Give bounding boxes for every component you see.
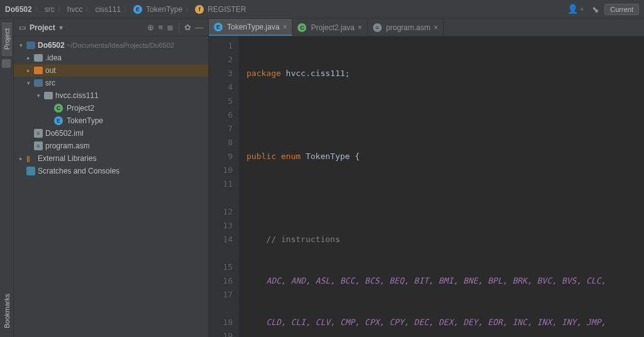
line-gutter[interactable]: 12345678910111213141516171819 (209, 36, 239, 337)
tree-label: TokenType (67, 116, 103, 125)
project-tree[interactable]: ▾ Do6502 ~/Documents/IdeaProjects/Do6502… (14, 36, 208, 337)
breadcrumb[interactable]: Do6502 〉 src 〉 hvcc 〉 ciss111 〉 E TokenT… (5, 4, 246, 14)
tree-label: src (45, 79, 55, 87)
hide-icon[interactable]: — (195, 23, 203, 32)
tree-file-program[interactable]: ≡ program.asm (14, 140, 208, 152)
keyword: package (247, 69, 281, 78)
enum-icon: E (214, 23, 223, 31)
close-icon[interactable]: × (358, 23, 362, 32)
tab-tokentype[interactable]: E TokenType.java × (209, 19, 292, 36)
line-number[interactable]: 4 (209, 80, 233, 94)
chevron-right-icon[interactable]: ▸ (18, 155, 24, 162)
tree-file-project2[interactable]: C Project2 (14, 102, 208, 114)
tab-label: Project2.java (311, 23, 354, 32)
class-name: TokenType (306, 152, 350, 161)
collapse-all-icon[interactable]: ≣ (167, 23, 174, 32)
top-toolbar: Do6502 〉 src 〉 hvcc 〉 ciss111 〉 E TokenT… (0, 0, 644, 19)
code-editor[interactable]: 12345678910111213141516171819 package hv… (209, 36, 644, 337)
tab-label: TokenType.java (227, 23, 279, 31)
class-icon: C (54, 104, 63, 113)
line-number[interactable]: 19 (209, 329, 233, 337)
line-number[interactable]: 15 (209, 260, 233, 274)
tree-label: hvcc.ciss111 (55, 91, 99, 100)
line-number[interactable] (209, 246, 233, 260)
close-icon[interactable]: × (282, 23, 287, 31)
line-number[interactable]: 16 (209, 274, 233, 288)
main-area: Project Bookmarks ▭ Project ▾ ⊕ ≡ ≣ ✿ — … (0, 19, 644, 337)
chevron-down-icon[interactable]: ▾ (35, 92, 42, 99)
line-number[interactable]: 11 (209, 177, 233, 191)
bookmarks-tool-tab[interactable]: Bookmarks (2, 289, 12, 333)
chevron-right-icon: 〉 (185, 4, 192, 14)
file-icon: ≡ (373, 23, 382, 32)
project-window-icon: ▭ (19, 23, 26, 32)
line-number[interactable]: 6 (209, 108, 233, 122)
line-number[interactable] (209, 191, 233, 205)
enum-icon: E (54, 116, 63, 125)
project-title[interactable]: Project (30, 23, 55, 32)
tree-root[interactable]: ▾ Do6502 ~/Documents/IdeaProjects/Do6502 (14, 39, 208, 52)
structure-tool-icon[interactable] (2, 59, 11, 68)
package-name: hvcc.ciss111; (281, 69, 350, 78)
select-opened-file-icon[interactable]: ⊕ (147, 23, 154, 32)
expand-all-icon[interactable]: ≡ (158, 23, 163, 32)
build-icon[interactable]: ⬊ (592, 4, 599, 14)
tree-package[interactable]: ▾ hvcc.ciss111 (14, 89, 208, 102)
line-number[interactable]: 9 (209, 150, 233, 163)
run-config-dropdown[interactable]: Current (604, 4, 639, 15)
breadcrumb-src[interactable]: src (45, 5, 55, 14)
breadcrumb-hvcc[interactable]: hvcc (67, 5, 83, 14)
module-icon (26, 41, 35, 49)
close-icon[interactable]: × (433, 23, 438, 32)
breadcrumb-ciss111[interactable]: ciss111 (95, 5, 121, 14)
dropdown-icon[interactable]: ▾ (59, 23, 63, 32)
tree-label: Scratches and Consoles (38, 167, 119, 175)
line-number[interactable]: 8 (209, 136, 233, 150)
class-icon: C (297, 23, 306, 32)
enum-values: ADC, AND, ASL, BCC, BCS, BEQ, BIT, BMI, … (266, 276, 606, 285)
tree-label: program.asm (45, 141, 90, 150)
line-number[interactable]: 10 (209, 163, 233, 177)
tree-label: .idea (45, 53, 62, 62)
settings-icon[interactable]: ✿ (184, 23, 191, 32)
left-tool-strip: Project Bookmarks (0, 19, 14, 337)
line-number[interactable]: 1 (209, 39, 233, 53)
tree-label: External Libraries (38, 154, 96, 163)
tree-idea[interactable]: ▸ .idea (14, 52, 208, 64)
line-number[interactable]: 7 (209, 122, 233, 136)
chevron-down-icon[interactable]: ▾ (18, 42, 24, 48)
project-tool-tab[interactable]: Project (2, 23, 12, 55)
line-number[interactable]: 13 (209, 219, 233, 233)
line-number[interactable]: 3 (209, 67, 233, 80)
line-number[interactable]: 12 (209, 205, 233, 219)
enum-icon: E (133, 5, 142, 14)
chevron-right-icon: 〉 (123, 4, 131, 14)
tree-external-libs[interactable]: ▸ External Libraries (14, 152, 208, 165)
breadcrumb-member[interactable]: REGISTER (208, 5, 246, 14)
tree-src[interactable]: ▾ src (14, 77, 208, 89)
tab-project2[interactable]: C Project2.java × (292, 19, 367, 36)
tab-program[interactable]: ≡ program.asm × (368, 19, 444, 36)
tree-out[interactable]: ▸ out (14, 64, 208, 77)
breadcrumb-class[interactable]: TokenType (146, 5, 182, 14)
code-content[interactable]: package hvcc.ciss111; public enum TokenT… (239, 36, 644, 337)
tree-file-iml[interactable]: ≡ Do6502.iml (14, 127, 208, 140)
line-number[interactable]: 5 (209, 94, 233, 108)
line-number[interactable]: 17 (209, 288, 233, 302)
chevron-right-icon[interactable]: ▸ (25, 55, 31, 61)
line-number[interactable]: 14 (209, 233, 233, 246)
keyword: public enum (247, 152, 306, 161)
breadcrumb-root[interactable]: Do6502 (5, 5, 32, 14)
chevron-down-icon[interactable]: ▾ (25, 80, 31, 86)
tree-file-tokentype[interactable]: E TokenType (14, 114, 208, 127)
brace: { (350, 152, 360, 161)
tree-scratches[interactable]: Scratches and Consoles (14, 165, 208, 177)
editor-area: E TokenType.java × C Project2.java × ≡ p… (209, 19, 644, 337)
line-number[interactable]: 2 (209, 53, 233, 67)
tree-root-path: ~/Documents/IdeaProjects/Do6502 (67, 41, 174, 49)
user-add-icon[interactable]: 👤﹢ (567, 4, 587, 15)
line-number[interactable]: 18 (209, 316, 233, 329)
chevron-right-icon[interactable]: ▸ (25, 67, 31, 74)
comment: // instructions (266, 235, 340, 244)
line-number[interactable] (209, 302, 233, 316)
